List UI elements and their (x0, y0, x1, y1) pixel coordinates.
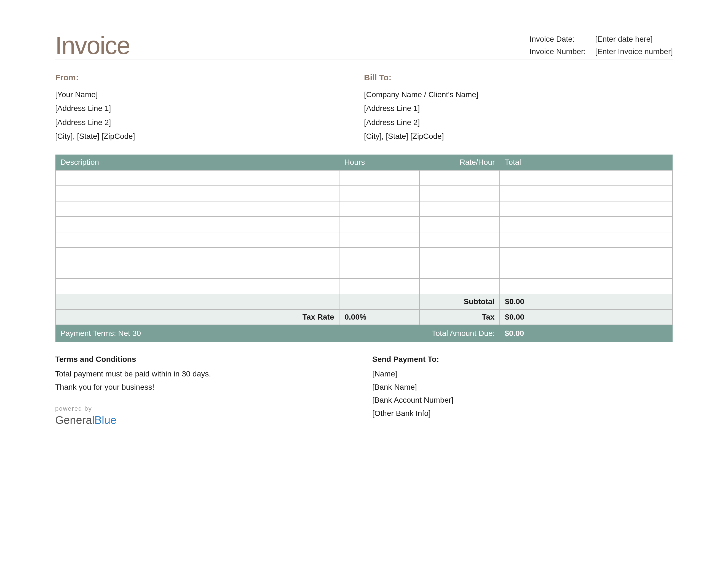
table-header-row: Description Hours Rate/Hour Total (55, 154, 673, 170)
terms-line: Thank you for your business! (55, 381, 356, 394)
cell-rate[interactable] (419, 278, 500, 294)
cell-description[interactable] (55, 186, 339, 201)
table-row (55, 232, 673, 247)
cell-total[interactable] (500, 186, 673, 201)
col-total: Total (500, 154, 673, 170)
cell-total[interactable] (500, 247, 673, 263)
footer: Terms and Conditions Total payment must … (55, 353, 673, 426)
total-due-value: $0.00 (500, 325, 673, 342)
invoice-number-label: Invoice Number: (529, 46, 590, 58)
invoice-title: Invoice (55, 33, 130, 58)
header: Invoice Invoice Date: [Enter date here] … (55, 33, 673, 60)
tax-label: Tax (419, 310, 500, 325)
cell-hours[interactable] (339, 232, 419, 247)
cell-description[interactable] (55, 201, 339, 217)
cell-rate[interactable] (419, 201, 500, 217)
payment-to-line[interactable]: [Other Bank Info] (372, 407, 673, 420)
tax-rate-value[interactable]: 0.00% (339, 310, 419, 325)
subtotal-label: Subtotal (419, 294, 500, 310)
payment-to-block: Send Payment To: [Name] [Bank Name] [Ban… (372, 353, 673, 426)
total-due-row: Payment Terms: Net 30 Total Amount Due: … (55, 325, 673, 342)
billto-line[interactable]: [City], [State] [ZipCode] (364, 129, 673, 143)
from-line[interactable]: [Address Line 1] (55, 102, 364, 115)
cell-hours[interactable] (339, 217, 419, 232)
cell-hours[interactable] (339, 263, 419, 278)
col-description: Description (55, 154, 339, 170)
payment-to-line[interactable]: [Bank Name] (372, 381, 673, 394)
cell-hours[interactable] (339, 186, 419, 201)
invoice-meta: Invoice Date: [Enter date here] Invoice … (529, 33, 673, 58)
cell-description[interactable] (55, 278, 339, 294)
brand-logo: GeneralBlue (55, 414, 356, 426)
cell-hours[interactable] (339, 247, 419, 263)
terms-line: Total payment must be paid within in 30 … (55, 367, 356, 381)
table-row (55, 170, 673, 186)
powered-by-label: powered by (55, 404, 356, 414)
cell-rate[interactable] (419, 247, 500, 263)
subtotal-row: Subtotal $0.00 (55, 294, 673, 310)
cell-total[interactable] (500, 232, 673, 247)
cell-description[interactable] (55, 263, 339, 278)
col-hours: Hours (339, 154, 419, 170)
cell-rate[interactable] (419, 263, 500, 278)
from-line[interactable]: [City], [State] [ZipCode] (55, 129, 364, 143)
terms-heading: Terms and Conditions (55, 353, 356, 366)
subtotal-value: $0.00 (500, 294, 673, 310)
cell-total[interactable] (500, 201, 673, 217)
cell-total[interactable] (500, 263, 673, 278)
cell-description[interactable] (55, 247, 339, 263)
brand-part1: General (55, 414, 94, 426)
billto-line[interactable]: [Address Line 2] (364, 116, 673, 129)
from-heading: From: (55, 70, 364, 85)
powered-by-block: powered by GeneralBlue (55, 404, 356, 426)
cell-description[interactable] (55, 170, 339, 186)
billto-heading: Bill To: (364, 70, 673, 85)
cell-total[interactable] (500, 170, 673, 186)
cell-rate[interactable] (419, 186, 500, 201)
cell-rate[interactable] (419, 170, 500, 186)
table-row (55, 201, 673, 217)
col-rate: Rate/Hour (419, 154, 500, 170)
tax-row: Tax Rate 0.00% Tax $0.00 (55, 310, 673, 325)
table-row (55, 278, 673, 294)
from-block: From: [Your Name] [Address Line 1] [Addr… (55, 70, 364, 143)
brand-part2: Blue (94, 414, 116, 426)
invoice-date-value[interactable]: [Enter date here] (595, 33, 653, 46)
cell-hours[interactable] (339, 170, 419, 186)
cell-rate[interactable] (419, 217, 500, 232)
addresses: From: [Your Name] [Address Line 1] [Addr… (55, 70, 673, 143)
billto-line[interactable]: [Address Line 1] (364, 102, 673, 115)
billto-line[interactable]: [Company Name / Client's Name] (364, 88, 673, 102)
cell-description[interactable] (55, 217, 339, 232)
cell-total[interactable] (500, 278, 673, 294)
line-items-table: Description Hours Rate/Hour Total Subtot… (55, 154, 673, 342)
table-row (55, 263, 673, 278)
terms-block: Terms and Conditions Total payment must … (55, 353, 356, 426)
payment-to-line[interactable]: [Name] (372, 367, 673, 381)
payment-terms: Payment Terms: Net 30 (55, 325, 419, 342)
table-row (55, 186, 673, 201)
payment-to-line[interactable]: [Bank Account Number] (372, 394, 673, 407)
from-line[interactable]: [Your Name] (55, 88, 364, 102)
cell-description[interactable] (55, 232, 339, 247)
tax-value: $0.00 (500, 310, 673, 325)
payment-to-heading: Send Payment To: (372, 353, 673, 366)
invoice-date-label: Invoice Date: (529, 33, 590, 46)
cell-hours[interactable] (339, 201, 419, 217)
cell-hours[interactable] (339, 278, 419, 294)
billto-block: Bill To: [Company Name / Client's Name] … (364, 70, 673, 143)
table-row (55, 247, 673, 263)
table-row (55, 217, 673, 232)
tax-rate-label: Tax Rate (55, 310, 339, 325)
cell-total[interactable] (500, 217, 673, 232)
from-line[interactable]: [Address Line 2] (55, 116, 364, 129)
invoice-number-value[interactable]: [Enter Invoice number] (595, 46, 673, 58)
cell-rate[interactable] (419, 232, 500, 247)
total-due-label: Total Amount Due: (419, 325, 500, 342)
